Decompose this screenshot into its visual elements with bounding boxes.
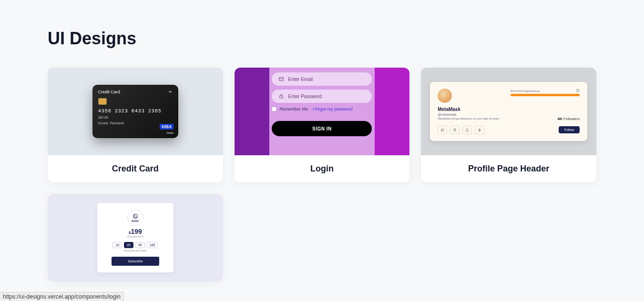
card-title-profile: Profile Page Header xyxy=(421,155,596,182)
qty-option: 100 xyxy=(147,242,158,248)
credit-card-label: Credit Card xyxy=(98,90,173,94)
password-input-mock: Enter Password xyxy=(272,90,372,103)
email-placeholder: Enter Email xyxy=(288,77,313,82)
qty-option: 10 xyxy=(112,242,122,248)
card-type: Debit xyxy=(160,131,174,134)
pricing-preview: BASIC $199 NOK/MONTH 10 25 50 100 Downlo… xyxy=(48,194,223,281)
qty-option-selected: 25 xyxy=(124,242,133,248)
remember-checkbox xyxy=(272,107,276,111)
profile-preview: MetaMask @metamask MetaMask brings Ether… xyxy=(421,68,596,155)
svg-rect-3 xyxy=(133,214,137,218)
profile-handle: @metamask xyxy=(438,113,507,116)
price-value: 199 xyxy=(131,228,142,235)
forgot-link: I forgot my password xyxy=(313,107,353,111)
plan-name: BASIC xyxy=(132,220,139,222)
profile-description: MetaMask brings Ethereum to your web bro… xyxy=(438,117,507,121)
plan-badge: BASIC xyxy=(127,210,143,226)
followers-count: 4K xyxy=(557,117,562,121)
svg-point-4 xyxy=(134,215,135,216)
subscribe-button-mock: Subscribe xyxy=(112,257,159,266)
card-pricing[interactable]: BASIC $199 NOK/MONTH 10 25 50 100 Downlo… xyxy=(48,194,223,281)
image-icon xyxy=(133,213,138,219)
card-title-login: Login xyxy=(235,155,410,182)
svg-rect-1 xyxy=(280,96,283,99)
status-bar-url: https://ui-designs.vercel.app/components… xyxy=(0,292,124,301)
qty-option: 50 xyxy=(135,242,145,248)
pricing-mock: BASIC $199 NOK/MONTH 10 25 50 100 Downlo… xyxy=(97,203,174,272)
credit-card-preview: Credit Card 4356 2323 6433 2365 10/25 Vi… xyxy=(48,68,223,155)
profile-mock: MetaMask @metamask MetaMask brings Ether… xyxy=(430,82,587,141)
card-title-credit: Credit Card xyxy=(48,155,223,182)
card-expiry: 10/25 xyxy=(98,116,173,120)
login-preview: Enter Email Enter Password Remember Me I… xyxy=(235,68,410,155)
avatar xyxy=(438,89,452,103)
email-input-mock: Enter Email xyxy=(272,72,372,86)
twitter-icon xyxy=(438,126,447,134)
profile-name: MetaMask xyxy=(438,107,507,112)
price-period: NOK/MONTH xyxy=(102,235,169,238)
login-options-row: Remember Me I forgot my password xyxy=(272,107,372,111)
credit-card-mock: Credit Card 4356 2323 6433 2365 10/25 Vi… xyxy=(92,85,178,138)
card-number: 4356 2323 6433 2365 xyxy=(98,109,173,114)
card-credit-card[interactable]: Credit Card 4356 2323 6433 2365 10/25 Vi… xyxy=(48,68,223,182)
info-icon xyxy=(576,89,580,93)
profile-stat-value: 876 xyxy=(511,90,515,92)
delete-icon xyxy=(450,126,460,134)
lock-icon xyxy=(278,93,284,99)
progress-bar xyxy=(511,94,580,96)
contactless-icon xyxy=(168,90,173,96)
quantity-options: 10 25 50 100 xyxy=(102,242,169,248)
badge-icon xyxy=(462,126,472,134)
eth-icon xyxy=(475,126,484,134)
signin-button-mock: SIGN IN xyxy=(272,121,372,136)
remember-label: Remember Me xyxy=(279,107,308,111)
downloads-label: Downloads per month xyxy=(102,249,169,252)
password-placeholder: Enter Password xyxy=(288,94,322,99)
card-login[interactable]: Enter Email Enter Password Remember Me I… xyxy=(235,68,410,182)
followers-label: Followers xyxy=(563,117,580,121)
card-profile[interactable]: MetaMask @metamask MetaMask brings Ether… xyxy=(421,68,596,182)
page-title: UI Designs xyxy=(48,29,596,49)
follow-button-mock: Follow xyxy=(559,126,580,133)
cards-grid: Credit Card 4356 2323 6433 2365 10/25 Vi… xyxy=(48,68,596,281)
chip-icon xyxy=(98,98,107,105)
profile-stat-label: DAOOrganizations xyxy=(516,90,540,92)
mail-icon xyxy=(278,76,284,82)
card-brand: VISA xyxy=(160,124,174,130)
